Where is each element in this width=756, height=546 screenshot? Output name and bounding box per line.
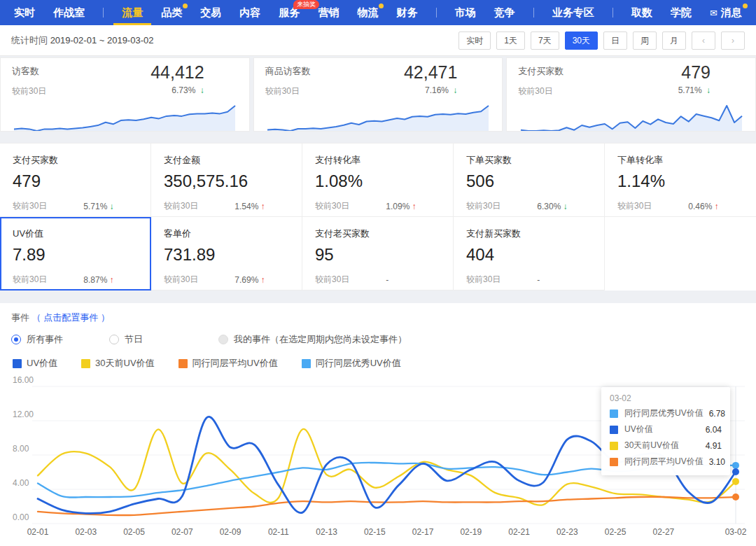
svg-text:16.00: 16.00 <box>13 375 34 385</box>
tooltip-swatch <box>610 426 618 434</box>
nav-item-business-zone[interactable]: 业务专区 <box>552 0 594 25</box>
legend-item-2[interactable]: 30天前UV价值 <box>81 357 155 370</box>
radio-unselected-icon[interactable] <box>109 335 119 344</box>
overview-card-product-visitors[interactable]: 商品访客数42,471较前30日7.16% ↓ <box>253 57 503 132</box>
overview-card-visitors[interactable]: 访客数44,412较前30日6.73% ↓ <box>0 57 250 132</box>
event-option-3[interactable]: 我的事件（在选定周期内您尚未设定事件） <box>218 333 407 346</box>
metric-card-avg-order-value[interactable]: 客单价731.89较前30日7.69%↑ <box>151 217 302 290</box>
event-option-2[interactable]: 节日 <box>109 333 143 346</box>
notification-dot <box>743 4 748 8</box>
down-arrow-icon: ↓ <box>200 85 204 95</box>
stat-time-label: 统计时间 <box>11 35 48 46</box>
metric-card-pay-amount[interactable]: 支付金额350,575.16较前30日1.54%↑ <box>151 144 302 217</box>
metric-card-pay-buyers[interactable]: 支付买家数479较前30日5.71%↓ <box>0 144 151 217</box>
period-button-week[interactable]: 周 <box>633 31 657 50</box>
change-value: 7.69% <box>234 275 258 285</box>
nav-item-war-room[interactable]: 作战室 <box>53 0 85 25</box>
period-button-realtime[interactable]: 实时 <box>458 31 491 50</box>
nav-item-message[interactable]: ✉消息 <box>710 0 742 25</box>
nav-item-finance[interactable]: 财务 <box>396 0 417 25</box>
nav-item-marketing[interactable]: 营销 <box>318 0 339 25</box>
card-value: 479 <box>681 64 744 81</box>
metric-card-pay-conversion[interactable]: 支付转化率1.08%较前30日1.09%↑ <box>302 144 454 217</box>
nav-item-market[interactable]: 市场 <box>455 0 476 25</box>
nav-item-academy[interactable]: 学院 <box>671 0 692 25</box>
legend-item-3[interactable]: 同行同层平均UV价值 <box>178 357 278 370</box>
tooltip-row: 同行同层平均UV价值3.10 <box>610 456 722 468</box>
nav-item-content[interactable]: 内容 <box>239 0 260 25</box>
legend-label: 30天前UV价值 <box>95 357 155 370</box>
period-button-30d[interactable]: 30天 <box>565 31 598 50</box>
svg-text:8.00: 8.00 <box>13 444 29 454</box>
nav-item-label: 交易 <box>200 6 221 18</box>
metric-value: 404 <box>466 245 592 265</box>
nav-item-label: 实时 <box>14 6 35 18</box>
svg-text:4.00: 4.00 <box>13 478 29 488</box>
period-button-7d[interactable]: 7天 <box>531 31 559 50</box>
overview-card-pay-buyers[interactable]: 支付买家数479较前30日5.71% ↓ <box>506 57 756 132</box>
metric-card-uv-value[interactable]: UV价值7.89较前30日8.87%↑ <box>0 217 151 290</box>
change-value: 6.30% <box>537 202 561 211</box>
tooltip-date: 03-02 <box>610 393 722 403</box>
nav-item-data-extract[interactable]: 取数 <box>631 0 652 25</box>
nav-item-trade[interactable]: 交易 <box>200 0 221 25</box>
metric-title: 支付老买家数 <box>315 227 440 240</box>
tooltip-value: 3.10 <box>709 457 725 467</box>
date-range: 2019-02-01 ~ 2019-03-02 <box>50 35 154 46</box>
event-filters: 所有事件节日我的事件（在选定周期内您尚未设定事件） <box>11 333 745 346</box>
radio-disabled-icon[interactable] <box>218 335 228 344</box>
down-arrow-icon: ↓ <box>706 85 710 95</box>
metric-card-new-pay-buyers[interactable]: 支付新买家数404较前30日- <box>454 217 605 290</box>
metric-card-empty <box>605 217 756 290</box>
period-button-month[interactable]: 月 <box>662 31 686 50</box>
period-button-day[interactable]: 日 <box>603 31 627 50</box>
card-value: 44,412 <box>150 64 237 81</box>
nav-item-realtime[interactable]: 实时 <box>14 0 35 25</box>
tooltip-series-name: 同行同层优秀UV价值 <box>624 407 704 419</box>
svg-text:02-21: 02-21 <box>508 527 530 537</box>
legend-item-4[interactable]: 同行同层优秀UV价值 <box>302 357 401 370</box>
radio-selected-icon[interactable] <box>11 335 21 344</box>
nav-item-label: 流量 <box>122 6 143 18</box>
change-value: - <box>386 275 388 285</box>
tooltip-swatch <box>610 442 618 450</box>
chart-wrap: 0.004.008.0012.0016.0002-0102-0302-0502-… <box>11 372 745 546</box>
up-arrow-icon: ↑ <box>260 202 265 211</box>
nav-item-service[interactable]: 服务来抽奖 <box>279 0 300 25</box>
card-title: 商品访客数 <box>265 64 311 78</box>
nav-item-traffic[interactable]: 流量 <box>122 0 143 25</box>
configure-events-link[interactable]: （ 点击配置事件 ） <box>32 312 110 323</box>
legend-item-1[interactable]: UV价值 <box>13 357 57 370</box>
period-button-prev[interactable]: ‹ <box>692 31 715 50</box>
nav-item-category[interactable]: 品类 <box>161 0 182 25</box>
period-button-1d[interactable]: 1天 <box>496 31 525 50</box>
up-arrow-icon: ↑ <box>109 275 113 285</box>
metric-card-order-conversion[interactable]: 下单转化率1.14%较前30日0.46%↑ <box>605 144 756 217</box>
tooltip-value: 4.91 <box>706 441 722 451</box>
event-option-1[interactable]: 所有事件 <box>11 333 63 346</box>
metric-card-order-buyers[interactable]: 下单买家数506较前30日6.30%↓ <box>454 144 605 217</box>
nav-item-label: 竞争 <box>494 6 515 18</box>
period-button-next[interactable]: › <box>721 31 745 50</box>
compare-label: 较前30日 <box>518 85 552 97</box>
events-title: 事件 <box>11 312 29 323</box>
nav-item-logistics[interactable]: 物流 <box>357 0 378 25</box>
svg-text:02-27: 02-27 <box>653 527 675 537</box>
notification-dot <box>183 4 188 8</box>
svg-text:03-02: 03-02 <box>725 527 747 537</box>
down-arrow-icon: ↓ <box>563 202 567 211</box>
legend-swatch <box>13 359 22 368</box>
metric-card-old-pay-buyers[interactable]: 支付老买家数95较前30日- <box>302 217 454 290</box>
nav-item-competition[interactable]: 竞争 <box>494 0 515 25</box>
tooltip-row: 30天前UV价值4.91 <box>610 440 722 451</box>
down-arrow-icon: ↓ <box>109 202 113 211</box>
stat-time: 统计时间 2019-02-01 ~ 2019-03-02 <box>11 34 153 47</box>
down-arrow-icon: ↓ <box>453 85 457 95</box>
nav-item-label: 取数 <box>631 6 652 18</box>
nav-item-label: 市场 <box>455 6 476 18</box>
sparkline <box>266 102 490 132</box>
nav-item-label: 内容 <box>239 6 260 18</box>
envelope-icon: ✉ <box>710 8 718 18</box>
change-value: 5.71% <box>83 202 107 211</box>
compare-label: 较前30日 <box>13 200 47 212</box>
